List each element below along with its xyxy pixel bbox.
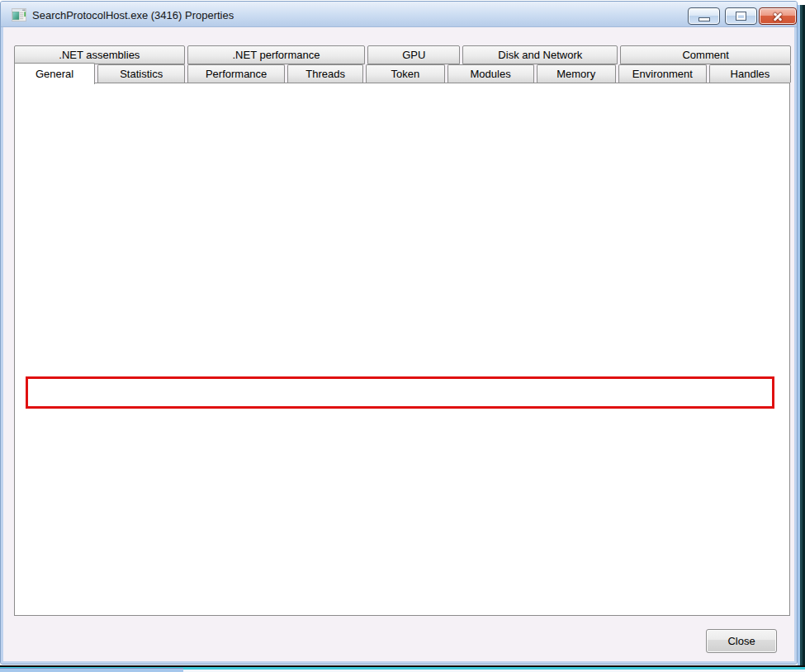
screen: SearchProtocolHost.exe (3416) Properties… — [0, 0, 805, 672]
tab-environment[interactable]: Environment — [618, 64, 707, 83]
titlebar[interactable]: SearchProtocolHost.exe (3416) Properties — [1, 2, 797, 27]
tab-row-primary: General Statistics Performance Threads T… — [14, 64, 791, 83]
background-window-edge-right — [798, 5, 805, 665]
close-window-button[interactable] — [759, 7, 797, 25]
tab-threads[interactable]: Threads — [287, 64, 363, 83]
close-icon — [771, 11, 784, 22]
tab-disk-network[interactable]: Disk and Network — [462, 45, 618, 64]
maximize-button[interactable] — [725, 7, 757, 25]
tab-comment[interactable]: Comment — [620, 45, 791, 64]
tab-modules[interactable]: Modules — [447, 64, 534, 83]
tab-token[interactable]: Token — [366, 64, 444, 83]
minimize-button[interactable] — [688, 7, 720, 25]
tab-memory[interactable]: Memory — [537, 64, 616, 83]
tab-statistics[interactable]: Statistics — [97, 64, 185, 83]
app-icon — [12, 8, 26, 21]
minimize-icon — [699, 18, 709, 21]
window-title: SearchProtocolHost.exe (3416) Properties — [32, 9, 234, 21]
tab-general[interactable]: General — [14, 63, 95, 84]
close-button[interactable]: Close — [706, 629, 777, 653]
tab-gpu[interactable]: GPU — [367, 45, 460, 64]
tab-handles[interactable]: Handles — [709, 64, 791, 83]
tab-row-secondary: .NET assemblies .NET performance GPU Dis… — [14, 45, 791, 64]
tab-net-assemblies[interactable]: .NET assemblies — [14, 45, 185, 64]
general-tab-page — [14, 83, 790, 616]
tab-net-performance[interactable]: .NET performance — [187, 45, 366, 64]
maximize-icon — [736, 12, 746, 20]
tab-performance[interactable]: Performance — [187, 64, 285, 83]
background-window-edge-bottom-left — [0, 668, 183, 672]
